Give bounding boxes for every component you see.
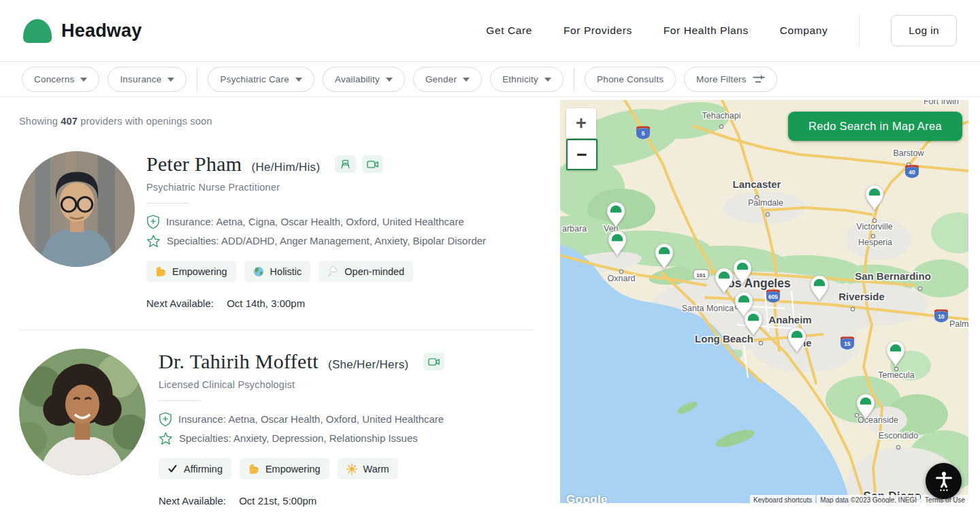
- map-label-hesperia: Hesperia: [858, 238, 892, 247]
- filter-gender[interactable]: Gender: [413, 67, 482, 92]
- specialties-list: ADD/ADHD, Anger Management, Anxiety, Bip…: [221, 235, 486, 246]
- next-available: Next Available: Oct 14th, 3:00pm: [146, 298, 486, 309]
- in-person-session-icon: [335, 155, 356, 173]
- content: Showing 407 providers with openings soon: [0, 97, 980, 507]
- filter-label: Phone Consults: [597, 74, 664, 84]
- attribution-map-data-2023-google-inegi[interactable]: Map data ©2023 Google, INEGI: [817, 495, 920, 503]
- shield-plus-icon: [159, 412, 172, 427]
- map-label-temecula: Temecula: [878, 370, 915, 380]
- accessibility-widget-button[interactable]: [926, 463, 962, 499]
- provider-avatar[interactable]: [19, 151, 135, 267]
- video-session-icon: [423, 353, 444, 370]
- insurance-label: Insurance:: [178, 413, 226, 425]
- filter-label: Psychiatric Care: [220, 74, 289, 84]
- insurance-label: Insurance:: [166, 216, 214, 227]
- attribution-keyboard-shortcuts[interactable]: Keyboard shortcuts: [750, 495, 815, 503]
- nav-link-for-health-plans[interactable]: For Health Plans: [664, 25, 749, 37]
- insurance-list: Aetna, Oscar Health, Oxford, United Heal…: [228, 413, 444, 425]
- provider-name-row: Dr. Tahirih Moffett (She/Her/Hers): [159, 350, 444, 373]
- session-type-icons: [335, 155, 383, 173]
- results-suffix: providers with openings soon: [80, 116, 212, 127]
- divider: [159, 400, 201, 401]
- filter-label: Insurance: [120, 74, 161, 84]
- muscle-icon: [248, 464, 259, 475]
- filter-label: More Filters: [696, 74, 747, 84]
- svg-text:101: 101: [696, 272, 706, 278]
- provider-card-body: Dr. Tahirih Moffett (She/Her/Hers) Licen…: [159, 349, 444, 507]
- next-available-label: Next Available:: [146, 298, 214, 309]
- brand-name: Headway: [61, 20, 142, 42]
- provider-title: Licensed Clinical Psychologist: [159, 379, 444, 390]
- filter-phone-consults[interactable]: Phone Consults: [585, 67, 676, 92]
- interstate-shield-40: 40: [905, 165, 919, 178]
- caret-down-icon: [463, 78, 470, 82]
- map-label-long-beach: Long Beach: [695, 333, 753, 344]
- nav-items: Get CareFor ProvidersFor Health PlansCom…: [486, 25, 828, 37]
- nav-link-for-providers[interactable]: For Providers: [564, 25, 632, 37]
- nav-link-company[interactable]: Company: [780, 25, 828, 37]
- headway-dome-icon: [23, 19, 52, 43]
- zoom-in-button[interactable]: +: [566, 108, 596, 138]
- map-label-barstow: Barstow: [893, 148, 924, 158]
- specialties-label: Specialties:: [179, 432, 231, 444]
- map-canvas: Fort IrwinTehachapiBarstowLancasterPalmd…: [560, 100, 968, 503]
- globe-icon: [253, 266, 264, 277]
- next-available-time: Oct 21st, 5:00pm: [239, 495, 316, 507]
- headway-logo[interactable]: Headway: [23, 19, 142, 43]
- badge-label: Holistic: [270, 266, 302, 277]
- town-dot: [766, 212, 769, 216]
- town-dot: [918, 287, 921, 290]
- login-button[interactable]: Log in: [891, 15, 957, 46]
- map-label-fort-irwin: Fort Irwin: [924, 100, 959, 106]
- specialties-line: Specialties: Anxiety, Depression, Relati…: [159, 429, 444, 448]
- filter-psychiatric-care[interactable]: Psychiatric Care: [208, 67, 314, 92]
- star-icon: [159, 432, 173, 445]
- filter-more-filters[interactable]: More Filters: [684, 67, 777, 92]
- provider-card: Peter Pham (He/Him/His) Psychiatric Nurs…: [19, 151, 541, 309]
- filter-label: Gender: [425, 74, 457, 84]
- filter-availability[interactable]: Availability: [323, 67, 405, 92]
- town-dot: [851, 307, 854, 310]
- main-nav: Get CareFor ProvidersFor Health PlansCom…: [486, 15, 957, 46]
- filter-concerns[interactable]: Concerns: [22, 67, 99, 92]
- badge-label: Affirming: [184, 464, 223, 475]
- interstate-shield-10: 10: [934, 310, 948, 323]
- caret-down-icon: [544, 78, 551, 82]
- sun-icon: [346, 464, 357, 475]
- divider: [146, 203, 189, 204]
- caret-down-icon: [386, 78, 393, 82]
- caret-down-icon: [80, 78, 87, 82]
- nav-link-get-care[interactable]: Get Care: [486, 25, 532, 37]
- results-prefix: Showing: [19, 116, 58, 127]
- map[interactable]: Fort IrwinTehachapiBarstowLancasterPalmd…: [560, 100, 968, 503]
- provider-name[interactable]: Peter Pham: [146, 153, 242, 176]
- provider-pronouns: (She/Her/Hers): [328, 358, 409, 372]
- filter-insurance[interactable]: Insurance: [108, 67, 186, 92]
- provider-avatar[interactable]: [19, 349, 146, 475]
- map-label-riverside: Riverside: [838, 291, 885, 302]
- map-label-escondido: Escondido: [879, 431, 918, 440]
- redo-search-button[interactable]: Redo Search in Map Area: [788, 112, 962, 141]
- svg-text:40: 40: [909, 169, 915, 176]
- svg-text:5: 5: [642, 130, 645, 137]
- video-session-icon: [362, 155, 383, 173]
- shield-plus-icon: [146, 214, 160, 229]
- zoom-out-button[interactable]: −: [566, 139, 598, 170]
- map-label-santa-monica: Santa Monica: [682, 304, 734, 313]
- svg-text:15: 15: [844, 340, 851, 347]
- filter-ethnicity[interactable]: Ethnicity: [490, 67, 564, 92]
- map-label-san-bernardino: San Bernardino: [855, 270, 931, 282]
- map-label-tehachapi: Tehachapi: [702, 111, 741, 121]
- badge-label: Warm: [363, 464, 389, 475]
- interstate-shield-605: 605: [766, 290, 780, 303]
- google-logo[interactable]: Google: [566, 493, 608, 503]
- town-dot: [719, 125, 723, 128]
- town-dot: [896, 445, 900, 449]
- star-icon: [146, 234, 161, 248]
- map-label-victorville: Victorville: [856, 222, 892, 231]
- provider-name[interactable]: Dr. Tahirih Moffett: [159, 350, 318, 373]
- provider-card-body: Peter Pham (He/Him/His) Psychiatric Nurs…: [146, 151, 486, 309]
- badge-affirming: Affirming: [159, 458, 231, 479]
- filter-label: Concerns: [34, 74, 74, 84]
- badge-label: Empowering: [172, 266, 227, 277]
